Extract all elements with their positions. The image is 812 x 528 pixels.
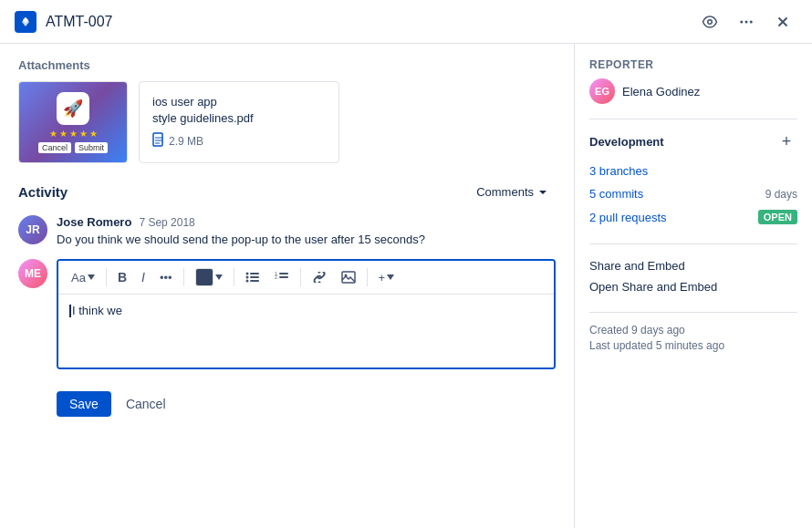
app-logo [15,11,36,33]
svg-point-3 [745,20,748,23]
numbered-list-button[interactable]: 1. 2. [269,267,295,287]
comment-author: Jose Romero [57,215,131,229]
attachments-row: 🚀 ★ ★ ★ ★ ★ Cancel Submit [18,81,556,163]
main-layout: Attachments 🚀 ★ ★ ★ ★ ★ Cancel [0,44,812,528]
text-style-button[interactable]: Aa [66,267,100,288]
svg-point-4 [750,20,753,23]
watch-button[interactable] [695,7,724,36]
commits-row: 5 commits 9 days [589,182,797,205]
commits-link[interactable]: 5 commits [589,187,643,201]
comment-date: 7 Sep 2018 [139,216,194,229]
dev-label: Development [589,135,664,149]
svg-text:2.: 2. [275,274,278,280]
editor-actions: Save Cancel [18,391,556,417]
stars: ★ ★ ★ ★ ★ [49,129,98,139]
file-size: 2.9 MB [152,132,254,150]
comment-content: Jose Romero 7 Sep 2018 Do you think we s… [57,215,556,246]
commenter-avatar: JR [18,215,47,244]
development-section: Development + 3 branches 5 commits 9 day… [589,130,797,229]
toolbar-divider-3 [234,268,234,286]
activity-label: Activity [18,184,68,200]
branches-link[interactable]: 3 branches [589,164,648,178]
share-embed-link[interactable]: Share and Embed [589,255,797,276]
italic-button[interactable]: I [136,266,151,288]
app-icon: 🚀 [57,92,89,125]
branches-row: 3 branches [589,160,797,182]
updated-text: Last updated 5 minutes ago [589,339,797,352]
svg-rect-5 [153,133,162,146]
bold-button[interactable]: B [112,266,132,288]
divider-3 [589,312,797,313]
svg-rect-7 [250,273,259,274]
open-share-embed-link[interactable]: Open Share and Embed [589,276,797,297]
svg-point-1 [708,19,713,24]
svg-point-6 [245,273,248,275]
dev-header: Development + [589,130,797,152]
activity-section: Activity Comments JR Jose Romero 7 Sep 2… [18,181,556,417]
more-options-button[interactable] [732,7,761,36]
editor-toolbar: Aa B I ••• [58,261,554,295]
svg-point-10 [245,280,248,283]
image-button[interactable] [336,267,361,287]
reporter-row: EG Elena Godinez [589,78,797,104]
svg-point-2 [740,20,743,23]
open-badge: OPEN [758,210,797,224]
text-color-button[interactable] [190,264,228,290]
svg-rect-9 [250,276,259,278]
toolbar-divider-1 [106,268,107,286]
reporter-label: Reporter [589,58,797,71]
file-name: ios user appstyle guidelines.pdf [152,94,254,127]
comment-item: JR Jose Romero 7 Sep 2018 Do you think w… [18,215,556,246]
reply-editor-row: ME Aa B I ••• [18,259,556,378]
close-button[interactable] [768,7,797,36]
svg-rect-15 [279,276,288,278]
attachments-section: Attachments 🚀 ★ ★ ★ ★ ★ Cancel [18,58,556,163]
svg-rect-11 [250,280,259,282]
toolbar-divider-2 [183,268,184,286]
comment-meta: Jose Romero 7 Sep 2018 [57,215,556,229]
svg-rect-13 [279,273,288,274]
comment-editor: Aa B I ••• [57,259,556,369]
more-format-button[interactable]: ••• [154,267,178,288]
toolbar-divider-5 [367,268,368,286]
modal-header: ATMT-007 [0,0,812,44]
text-cursor [69,305,71,317]
color-swatch [195,268,213,286]
meta-info: Created 9 days ago Last updated 5 minute… [589,324,797,352]
reporter-avatar: EG [589,78,615,104]
created-text: Created 9 days ago [589,324,797,336]
right-panel: Reporter EG Elena Godinez Development + … [575,44,812,528]
header-actions [695,7,797,36]
issue-title: ATMT-007 [46,14,695,30]
divider-2 [589,243,797,244]
activity-header: Activity Comments [18,181,556,202]
cancel-button[interactable]: Cancel [119,391,173,417]
editor-container: Aa B I ••• [57,259,556,378]
divider-1 [589,119,797,119]
file-icon [152,132,165,150]
dev-add-button[interactable]: + [776,130,797,152]
save-button[interactable]: Save [57,391,111,417]
bullet-list-button[interactable] [240,267,265,287]
comments-dropdown[interactable]: Comments [469,181,556,202]
comment-text: Do you think we should send the pop-up t… [57,233,556,246]
left-panel: Attachments 🚀 ★ ★ ★ ★ ★ Cancel [0,44,575,528]
share-section: Share and Embed Open Share and Embed [589,255,797,297]
commits-days: 9 days [765,188,797,201]
editor-body[interactable]: I think we [58,295,554,368]
toolbar-divider-4 [300,268,301,286]
pull-requests-row: 2 pull requests OPEN [589,205,797,229]
reporter-section: Reporter EG Elena Godinez [589,58,797,104]
current-user-avatar: ME [18,259,47,288]
link-button[interactable] [307,268,332,286]
attachment-thumbnail[interactable]: 🚀 ★ ★ ★ ★ ★ Cancel Submit [18,81,128,163]
reporter-name: Elena Godinez [622,85,700,98]
add-more-button[interactable]: + [373,267,401,288]
pull-requests-link[interactable]: 2 pull requests [589,211,667,224]
attachments-label: Attachments [18,58,556,72]
attachment-file[interactable]: ios user appstyle guidelines.pdf 2.9 MB [139,81,339,163]
svg-point-8 [245,276,248,279]
